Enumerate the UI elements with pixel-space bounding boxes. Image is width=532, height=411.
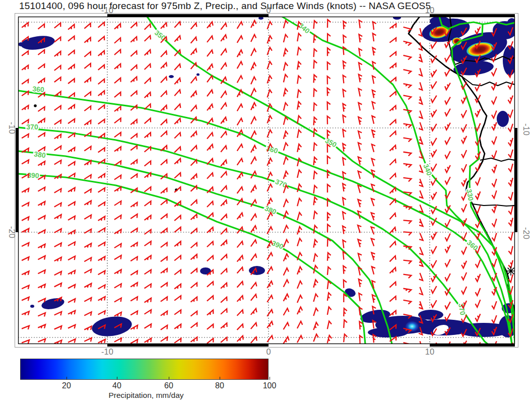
wind-barb <box>327 335 332 344</box>
wind-barb <box>389 52 397 59</box>
wind-barb <box>251 200 258 209</box>
wind-barb <box>22 243 30 249</box>
wind-barb <box>145 64 153 72</box>
wind-barb <box>430 122 436 131</box>
wind-barb <box>38 244 46 251</box>
wind-barb <box>327 76 330 84</box>
wind-barb <box>145 284 153 291</box>
wind-barb <box>358 130 363 139</box>
wind-barb <box>145 310 153 317</box>
wind-barb <box>98 217 107 223</box>
wind-barb <box>54 37 62 45</box>
wind-barb <box>114 64 122 72</box>
wind-barb <box>191 200 199 208</box>
wind-barb <box>84 92 92 99</box>
wind-barb <box>221 131 228 140</box>
wind-barb <box>207 64 214 72</box>
wind-barb <box>444 164 450 172</box>
wind-barb <box>444 258 450 266</box>
wind-barb <box>430 273 437 282</box>
wind-barb <box>284 103 289 111</box>
wind-barb <box>267 61 273 70</box>
wind-barb <box>237 310 245 318</box>
wind-barb <box>68 299 77 305</box>
wind-barb <box>430 259 437 267</box>
wind-barb <box>145 161 153 169</box>
wind-barb <box>114 49 122 57</box>
wind-barb <box>389 282 397 290</box>
wind-barb <box>98 242 107 249</box>
wind-barb <box>267 130 273 139</box>
wind-barb <box>130 37 139 44</box>
wind-barb <box>359 88 363 97</box>
wind-barb <box>444 82 450 90</box>
wind-barb <box>221 229 229 237</box>
wind-barb <box>84 312 93 318</box>
wind-barb <box>267 90 273 98</box>
wind-barb <box>22 91 30 98</box>
wind-barb <box>314 89 317 97</box>
wind-barb <box>161 268 169 276</box>
wind-barb <box>343 212 347 220</box>
wind-barb <box>284 322 290 331</box>
height-contour <box>18 151 392 344</box>
height-contour <box>18 91 512 344</box>
wind-barb <box>98 51 106 58</box>
country-border <box>473 204 515 206</box>
wind-barb <box>327 307 332 315</box>
wind-barb <box>508 163 513 171</box>
wind-barb <box>297 76 301 85</box>
wind-barb <box>359 48 363 56</box>
wind-barb <box>161 119 169 127</box>
country-border <box>480 158 515 161</box>
wind-barb <box>267 295 274 304</box>
precip-area <box>91 314 134 339</box>
wind-barb <box>313 280 318 288</box>
wind-barb <box>343 197 347 206</box>
wind-barb <box>174 104 182 112</box>
wind-barb <box>491 178 497 186</box>
wind-barb <box>38 64 46 71</box>
wind-barb <box>237 22 244 30</box>
wind-barb <box>251 283 258 291</box>
wind-barb <box>403 232 411 235</box>
wind-barb <box>161 214 169 222</box>
wind-barb <box>114 244 123 250</box>
wind-barb <box>403 95 411 100</box>
wind-barb <box>237 104 244 113</box>
wind-barb <box>145 324 153 331</box>
wind-barb <box>297 213 302 221</box>
wind-barb <box>190 337 198 344</box>
wind-barb <box>38 176 46 182</box>
wind-barb <box>38 201 46 208</box>
wind-barb <box>430 80 437 88</box>
wind-barb <box>344 280 347 288</box>
wind-barb <box>460 163 467 172</box>
lon-tick-label-bottom: 0 <box>266 347 271 356</box>
wind-barb <box>68 202 77 209</box>
wind-barb <box>327 213 330 221</box>
wind-barb <box>145 92 153 100</box>
wind-barb <box>508 137 513 146</box>
wind-barb <box>54 283 63 290</box>
wind-barb <box>207 50 215 58</box>
wind-barb <box>284 171 289 180</box>
wind-barb <box>191 214 199 222</box>
wind-barb <box>444 107 450 116</box>
wind-barb <box>372 101 377 110</box>
wind-barb <box>68 187 77 194</box>
wind-barb <box>237 61 244 70</box>
wind-barb <box>145 118 153 126</box>
wind-barb <box>372 129 377 138</box>
wind-barb <box>68 256 77 263</box>
wind-barb <box>114 132 122 140</box>
wind-barb <box>130 311 139 317</box>
lon-tick-label-bottom: -10 <box>101 347 113 356</box>
wind-barb <box>161 23 168 31</box>
wind-barb <box>491 300 497 309</box>
wind-barb <box>403 206 412 210</box>
wind-barb <box>373 21 377 30</box>
wind-barb <box>161 188 169 196</box>
wind-barb <box>207 227 215 235</box>
wind-barb <box>251 117 257 125</box>
